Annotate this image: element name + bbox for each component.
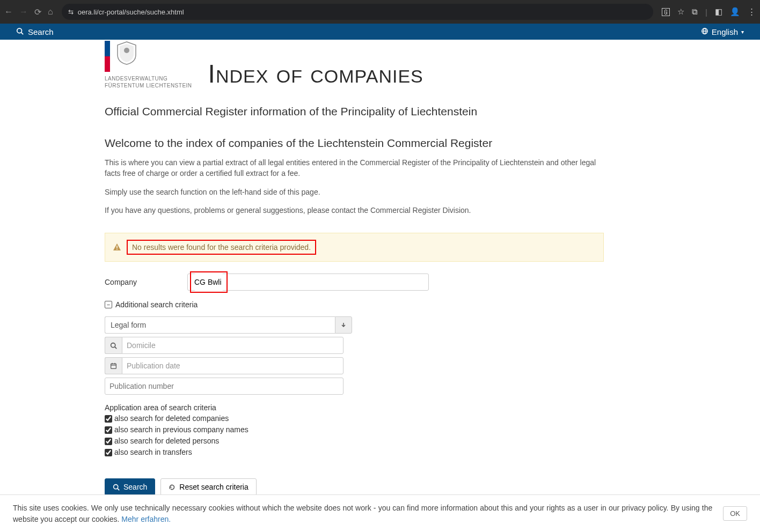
crest-icon <box>114 41 139 65</box>
svg-line-1 <box>21 32 24 34</box>
intro-para-2: Simply use the search function on the le… <box>105 187 604 197</box>
check-previous-names[interactable]: also search in previous company names <box>105 424 604 435</box>
translate-icon[interactable]: 🄶 <box>662 8 670 17</box>
svg-point-0 <box>17 28 22 33</box>
search-form: Company − Additional search criteria Leg… <box>105 274 604 496</box>
menu-icon[interactable]: ⋮ <box>748 7 756 17</box>
page-content: LANDESVERWALTUNG FÜRSTENTUM LIECHTENSTEI… <box>105 40 604 532</box>
cookie-banner: This site uses cookies. We only use tech… <box>0 494 760 532</box>
check-previous-names-box[interactable] <box>105 426 112 434</box>
company-input-shell <box>187 274 429 291</box>
site-info-icon[interactable]: ⇆ <box>68 8 74 16</box>
cookie-text: This site uses cookies. We only use tech… <box>13 503 712 524</box>
chevron-down-icon: ▾ <box>741 29 744 35</box>
browser-chrome: ← → ⟳ ⌂ ⇆ oera.li/cr-portal/suche/suche.… <box>0 0 760 24</box>
svg-line-15 <box>118 489 119 490</box>
search-icon <box>113 484 120 491</box>
welcome-heading: Welcome to the index of companies of the… <box>105 137 604 150</box>
company-input[interactable] <box>194 274 223 291</box>
refresh-icon <box>169 484 176 491</box>
check-transfers[interactable]: also search in transfers <box>105 447 604 458</box>
check-deleted-companies-box[interactable] <box>105 415 112 423</box>
svg-rect-10 <box>111 364 116 368</box>
svg-rect-6 <box>116 246 118 248</box>
additional-criteria-toggle[interactable]: − Additional search criteria <box>105 300 604 309</box>
url-text: oera.li/cr-portal/suche/suche.xhtml <box>78 8 184 16</box>
publication-number-input[interactable] <box>105 378 344 395</box>
check-deleted-persons-box[interactable] <box>105 438 112 445</box>
back-icon[interactable]: ← <box>4 7 13 17</box>
logo-text: LANDESVERWALTUNG FÜRSTENTUM LIECHTENSTEI… <box>105 75 192 89</box>
intro-para-3: If you have any questions, problems or g… <box>105 205 604 216</box>
app-area-title: Application area of search criteria <box>105 403 604 412</box>
collapse-icon: − <box>105 301 112 308</box>
page-scroll[interactable]: LANDESVERWALTUNG FÜRSTENTUM LIECHTENSTEI… <box>0 40 760 532</box>
app-topbar: Search English ▾ <box>0 24 760 40</box>
warning-icon <box>113 243 121 252</box>
topbar-search[interactable]: Search <box>16 27 54 36</box>
forward-icon[interactable]: → <box>19 7 28 17</box>
additional-toggle-label: Additional search criteria <box>115 300 198 309</box>
language-label: English <box>712 27 738 36</box>
nav-icons: ← → ⟳ ⌂ <box>4 7 53 17</box>
check-deleted-persons[interactable]: also search for deleted persons <box>105 435 604 447</box>
company-label: Company <box>105 278 187 286</box>
chrome-right-icons: 🄶 ☆ ⧉ | ◧ 👤 ⋮ <box>662 7 756 17</box>
language-selector[interactable]: English ▾ <box>701 27 744 36</box>
check-deleted-companies[interactable]: also search for deleted companies <box>105 413 604 424</box>
reload-icon[interactable]: ⟳ <box>34 7 41 17</box>
topbar-search-label: Search <box>28 27 54 36</box>
home-icon[interactable]: ⌂ <box>48 7 53 17</box>
page-title: Index of companies <box>208 61 423 87</box>
cookie-more-link[interactable]: Mehr erfahren. <box>121 515 171 523</box>
search-button[interactable]: Search <box>105 478 155 496</box>
dropdown-arrow-icon[interactable] <box>335 316 352 334</box>
extensions-icon[interactable]: ⧉ <box>692 7 698 17</box>
application-area: Application area of search criteria also… <box>105 403 604 458</box>
svg-point-5 <box>124 48 129 53</box>
flag-icon <box>105 41 110 72</box>
globe-icon <box>701 27 708 36</box>
svg-point-14 <box>114 484 118 489</box>
search-icon <box>16 27 24 36</box>
warning-text: No results were found for the search cri… <box>127 240 316 255</box>
cookie-ok-button[interactable]: OK <box>723 506 747 521</box>
warning-box: No results were found for the search cri… <box>105 233 604 262</box>
url-bar[interactable]: ⇆ oera.li/cr-portal/suche/suche.xhtml <box>62 4 653 20</box>
logo-block: LANDESVERWALTUNG FÜRSTENTUM LIECHTENSTEI… <box>105 41 192 89</box>
svg-line-9 <box>115 347 116 349</box>
intro-para-1: This is where you can view a partial ext… <box>105 157 604 179</box>
sidepanel-icon[interactable]: ◧ <box>715 7 722 17</box>
divider: | <box>705 8 707 17</box>
page-header: LANDESVERWALTUNG FÜRSTENTUM LIECHTENSTEI… <box>105 40 604 89</box>
svg-point-8 <box>111 343 115 347</box>
legal-form-display: Legal form <box>105 316 335 334</box>
page-subtitle: Official Commercial Register information… <box>105 105 604 118</box>
check-transfers-box[interactable] <box>105 449 112 456</box>
legal-form-select[interactable]: Legal form <box>105 316 352 334</box>
profile-icon[interactable]: 👤 <box>730 7 740 17</box>
reset-button[interactable]: Reset search criteria <box>160 478 256 496</box>
publication-date-input[interactable] <box>122 357 344 374</box>
svg-rect-7 <box>116 249 118 250</box>
calendar-icon[interactable] <box>105 357 122 374</box>
domicile-input[interactable] <box>122 337 344 354</box>
domicile-search-icon[interactable] <box>105 337 122 354</box>
bookmark-icon[interactable]: ☆ <box>677 7 684 17</box>
